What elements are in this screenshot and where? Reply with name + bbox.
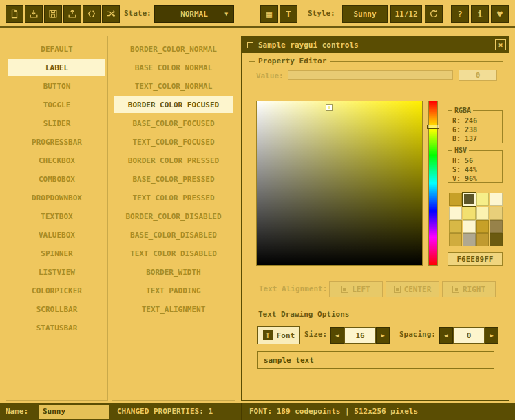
property-list-item[interactable]: TEXT_COLOR_DISABLED: [114, 245, 233, 262]
random-style-button[interactable]: [102, 5, 120, 23]
color-swatch[interactable]: [449, 233, 462, 246]
arrow-left-icon: ◀: [335, 332, 339, 339]
value-box: 0: [459, 70, 497, 81]
rgba-panel: RGBA R: 246 G: 238 B: 137: [448, 110, 503, 143]
property-list-item[interactable]: BASE_COLOR_NORMAL: [114, 59, 233, 76]
control-list-item[interactable]: SLIDER: [8, 115, 105, 132]
property-list-item[interactable]: BORDER_COLOR_PRESSED: [114, 152, 233, 169]
property-list-item[interactable]: BORDER_COLOR_NORMAL: [114, 41, 233, 57]
control-list-item[interactable]: LABEL: [8, 59, 105, 76]
control-list-item[interactable]: BUTTON: [8, 78, 105, 94]
size-value[interactable]: 16: [344, 327, 376, 344]
rgba-row: R: 246: [448, 116, 502, 125]
color-swatch[interactable]: [449, 207, 462, 220]
color-swatch[interactable]: [449, 193, 462, 206]
style-counter-text: 11/12: [395, 10, 417, 19]
color-swatch[interactable]: [463, 207, 476, 220]
heart-icon: ♥: [497, 9, 503, 19]
spacing-value[interactable]: 0: [453, 327, 485, 344]
hue-bar[interactable]: [428, 101, 438, 266]
color-swatch[interactable]: [463, 220, 476, 233]
spacing-increase-button[interactable]: ▶: [485, 327, 498, 344]
save-style-icon: [48, 9, 58, 19]
align-center-toggle: CENTER: [386, 281, 439, 297]
help-button[interactable]: ?: [451, 5, 469, 23]
spacing-decrease-button[interactable]: ◀: [439, 327, 453, 344]
control-list-item[interactable]: VALUEBOX: [8, 227, 105, 243]
color-panel-marker[interactable]: [326, 105, 332, 110]
color-swatch[interactable]: [476, 193, 490, 206]
property-list-item[interactable]: BORDER_COLOR_DISABLED: [114, 208, 233, 224]
control-list-item[interactable]: COLORPICKER: [8, 282, 105, 299]
color-swatch[interactable]: [476, 207, 490, 220]
property-list-item[interactable]: TEXT_ALIGNMENT: [114, 301, 233, 317]
export-code-button[interactable]: [83, 5, 101, 23]
style-name-input[interactable]: Sunny: [39, 405, 109, 419]
hue-bar-marker[interactable]: [427, 125, 439, 129]
control-list-item[interactable]: STATUSBAR: [8, 319, 105, 336]
value-label: Value:: [256, 72, 284, 81]
align-left-toggle: LEFT: [329, 281, 383, 297]
style-counter-button[interactable]: 11/12: [390, 5, 422, 23]
load-style-icon: [29, 9, 39, 19]
refresh-icon: [429, 9, 439, 19]
property-list-item[interactable]: TEXT_PADDING: [114, 282, 233, 299]
grid-toggle-button[interactable]: ▦: [260, 5, 278, 23]
property-list-item[interactable]: TEXT_COLOR_PRESSED: [114, 189, 233, 206]
window-titlebar[interactable]: Sample raygui controls ×: [242, 36, 509, 53]
property-list-item[interactable]: BORDER_COLOR_FOCUSED: [114, 96, 233, 113]
info-button[interactable]: i: [471, 5, 489, 23]
close-icon: ×: [498, 41, 503, 49]
style-name-button[interactable]: Sunny: [342, 5, 388, 23]
export-style-button[interactable]: [63, 5, 81, 23]
reload-style-button[interactable]: [425, 5, 443, 23]
color-swatch[interactable]: [476, 220, 490, 233]
property-list-item[interactable]: TEXT_COLOR_NORMAL: [114, 78, 233, 94]
color-panel[interactable]: [256, 101, 423, 266]
toolbar: State: NORMAL ▼ ▦ T Style: Sunny 11/12 ?…: [0, 0, 515, 28]
spacing-spinner: ◀ 0 ▶: [439, 327, 498, 344]
property-list-item[interactable]: TEXT_COLOR_FOCUSED: [114, 134, 233, 150]
style-color-swatches: [449, 193, 503, 246]
window-close-button[interactable]: ×: [495, 39, 506, 50]
control-list-item[interactable]: TOGGLE: [8, 96, 105, 113]
align-left-icon: [341, 286, 348, 293]
load-style-button[interactable]: [25, 5, 43, 23]
size-decrease-button[interactable]: ◀: [330, 327, 344, 344]
new-style-button[interactable]: [6, 5, 23, 23]
control-list-item[interactable]: TEXTBOX: [8, 208, 105, 224]
control-list-item[interactable]: PROGRESSBAR: [8, 134, 105, 150]
control-list-item[interactable]: SCROLLBAR: [8, 301, 105, 317]
property-list-item[interactable]: BORDER_WIDTH: [114, 264, 233, 280]
color-swatch[interactable]: [449, 220, 462, 233]
color-swatch[interactable]: [463, 233, 476, 246]
control-list-item[interactable]: DROPDOWNBOX: [8, 189, 105, 206]
control-list-item[interactable]: CHECKBOX: [8, 152, 105, 169]
hsv-title: HSV: [452, 146, 469, 156]
size-increase-button[interactable]: ▶: [376, 327, 390, 344]
control-list-item[interactable]: DEFAULT: [8, 41, 105, 57]
rgba-row: B: 137: [448, 134, 502, 143]
changed-properties-text: CHANGED PROPERTIES: 1: [117, 403, 213, 420]
save-style-button[interactable]: [44, 5, 62, 23]
control-list-item[interactable]: LISTVIEW: [8, 264, 105, 280]
property-editor-title: Property Editor: [255, 56, 330, 66]
text-mode-button[interactable]: T: [280, 5, 297, 23]
property-list-item[interactable]: BASE_COLOR_PRESSED: [114, 171, 233, 187]
property-list-item[interactable]: BASE_COLOR_DISABLED: [114, 227, 233, 243]
hsv-row: S: 44%: [448, 165, 502, 174]
color-swatch[interactable]: [490, 207, 503, 220]
property-list-item[interactable]: BASE_COLOR_FOCUSED: [114, 115, 233, 132]
sponsor-button[interactable]: ♥: [491, 5, 509, 23]
color-swatch[interactable]: [490, 233, 503, 246]
sample-text-input[interactable]: sample text: [258, 351, 494, 369]
hex-color-input[interactable]: F6EE89FF: [448, 252, 503, 266]
control-list-item[interactable]: COMBOBOX: [8, 171, 105, 187]
font-button[interactable]: T Font: [258, 326, 300, 344]
color-swatch[interactable]: [463, 193, 476, 206]
color-swatch[interactable]: [476, 233, 490, 246]
control-list-item[interactable]: SPINNER: [8, 245, 105, 262]
color-swatch[interactable]: [490, 193, 503, 206]
state-dropdown[interactable]: NORMAL ▼: [154, 5, 234, 23]
color-swatch[interactable]: [490, 220, 503, 233]
